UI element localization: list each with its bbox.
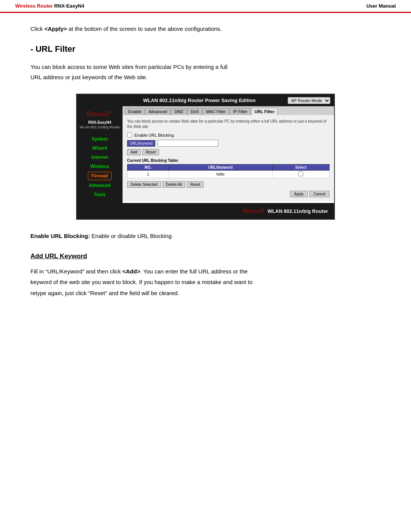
- table-cell-no: 1: [127, 171, 169, 178]
- intro-text-before: Click: [30, 26, 45, 32]
- table-header-url: URL/keyword: [169, 165, 272, 171]
- row-select-checkbox[interactable]: [298, 171, 303, 176]
- header-bar: Wireless Router RNX-EasyN4 User Manual: [0, 0, 411, 13]
- sidebar-item-advanced[interactable]: Advanced: [77, 181, 123, 190]
- enable-url-desc: Enable URL Blocking: Enable or disable U…: [30, 231, 381, 241]
- delete-all-button[interactable]: Delete All: [162, 181, 185, 188]
- enable-url-text: Enable or disable URL Blocking: [90, 233, 172, 239]
- brand-wireless: Wireless Router: [15, 3, 54, 9]
- sidebar-logo: Rosewill®: [86, 110, 113, 118]
- add-button[interactable]: Add: [127, 149, 141, 155]
- delete-selected-button[interactable]: Delete Selected: [127, 181, 161, 188]
- desc-line2: URL address or just keywords of the Web …: [30, 74, 148, 80]
- table-cell-url: hello: [169, 171, 272, 178]
- footer-logo: Rosewill: [243, 208, 264, 214]
- router-main: Enable Advanced DMZ DoS MAC Filter IP Fi…: [123, 106, 334, 203]
- sidebar-item-firewall[interactable]: Firewall: [88, 172, 112, 180]
- intro-text-after: at the bottom of the screen to save the …: [67, 26, 222, 32]
- router-title: WLAN 802.11n/b/g Router Power Saving Edi…: [111, 97, 288, 103]
- tab-enable[interactable]: Enable: [125, 108, 145, 115]
- desc-line1: You can block access to some Web sites f…: [30, 64, 228, 70]
- url-filter-title: - URL Filter: [30, 44, 381, 54]
- enable-url-blocking-row: Enable URL Blocking: [127, 133, 330, 137]
- apply-button[interactable]: Apply: [290, 191, 308, 197]
- brand-label: Wireless Router RNX-EasyN4: [15, 3, 84, 9]
- content-description: You can block access to certain Web site…: [127, 119, 330, 129]
- add-reset-row: Add Reset: [127, 149, 330, 155]
- url-keyword-input[interactable]: [158, 140, 218, 147]
- url-filter-description: You can block access to some Web sites f…: [30, 62, 381, 82]
- sidebar-item-system[interactable]: System: [77, 134, 123, 144]
- page-content: Click <Apply> at the bottom of the scree…: [0, 13, 411, 310]
- reset-button[interactable]: Reset: [142, 149, 159, 155]
- sidebar-item-internet[interactable]: Internet: [77, 153, 123, 162]
- table-cell-select[interactable]: [272, 171, 329, 178]
- sidebar-model-sub: WLAN 802.11n/b/g Router: [80, 125, 120, 129]
- router-top-bar: WLAN 802.11n/b/g Router Power Saving Edi…: [77, 94, 334, 106]
- enable-url-bold: Enable URL Blocking:: [30, 233, 90, 239]
- url-keyword-row: URL/keyword: [127, 140, 330, 147]
- enable-url-blocking-label: Enable URL Blocking: [134, 133, 174, 137]
- sidebar-item-wireless[interactable]: Wireless: [77, 162, 123, 171]
- table-row: 1 hello: [127, 171, 330, 178]
- sidebar-model-name: RNX-EasyN4: [88, 120, 112, 125]
- tab-dmz[interactable]: DMZ: [171, 108, 187, 115]
- url-blocking-table: NO. URL/keyword Select 1 hello: [127, 164, 330, 178]
- url-keyword-button[interactable]: URL/keyword: [127, 140, 155, 147]
- reset-button-2[interactable]: Reset: [187, 181, 204, 188]
- add-url-keyword-title: Add URL Keyword: [30, 252, 381, 260]
- router-body: Rosewill® RNX-EasyN4 WLAN 802.11n/b/g Ro…: [77, 106, 334, 203]
- apply-label: <Apply>: [45, 26, 67, 32]
- sidebar-item-tools[interactable]: Tools: [77, 190, 123, 199]
- tab-dos[interactable]: DoS: [187, 108, 202, 115]
- router-title-normal: WLAN 802.11n/b/g Router: [143, 97, 205, 103]
- body-line3: retype again, just click "Reset" and the…: [30, 290, 179, 296]
- footer-model: WLAN 802.11n/b/g Router: [268, 208, 328, 214]
- router-footer: Rosewill WLAN 802.11n/b/g Router: [77, 203, 334, 219]
- bottom-buttons-row: Delete Selected Delete All Reset: [127, 181, 330, 188]
- apply-cancel-row: Apply Cancel: [127, 191, 330, 197]
- manual-label: User Manual: [366, 3, 396, 9]
- tab-advanced[interactable]: Advanced: [145, 108, 170, 115]
- router-sidebar: Rosewill® RNX-EasyN4 WLAN 802.11n/b/g Ro…: [77, 106, 123, 203]
- brand-model: RNX-EasyN4: [54, 3, 84, 9]
- tab-mac-filter[interactable]: MAC Filter: [202, 108, 229, 115]
- intro-paragraph: Click <Apply> at the bottom of the scree…: [30, 24, 381, 34]
- sidebar-item-wizard[interactable]: Wizard: [77, 144, 123, 153]
- cancel-button[interactable]: Cancel: [309, 191, 330, 197]
- tab-url-filter[interactable]: URL Filter: [251, 108, 278, 115]
- body-line1-after: . You can enter the full URL address or …: [140, 268, 247, 275]
- enable-url-blocking-checkbox[interactable]: [127, 133, 132, 137]
- add-url-body: Fill in “URL/Keyword” and then click <Ad…: [30, 266, 381, 299]
- body-line2: keyword of the web site you want to bloc…: [30, 279, 253, 285]
- add-bold: <Add>: [123, 268, 140, 275]
- body-line1-before: Fill in “URL/Keyword” and then click: [30, 268, 123, 275]
- ap-mode-select[interactable]: AP Router Mode: [288, 97, 330, 104]
- router-content-area: You can block access to certain Web site…: [123, 115, 334, 201]
- table-title: Current URL Blocking Table:: [127, 158, 330, 163]
- router-screenshot: WLAN 802.11n/b/g Router Power Saving Edi…: [76, 94, 335, 220]
- tab-ip-filter[interactable]: IP Filter: [229, 108, 251, 115]
- tab-bar: Enable Advanced DMZ DoS MAC Filter IP Fi…: [123, 106, 334, 115]
- table-header-no: NO.: [127, 165, 169, 171]
- router-title-bold: Power Saving Edition: [205, 97, 256, 103]
- table-header-select: Select: [272, 165, 329, 171]
